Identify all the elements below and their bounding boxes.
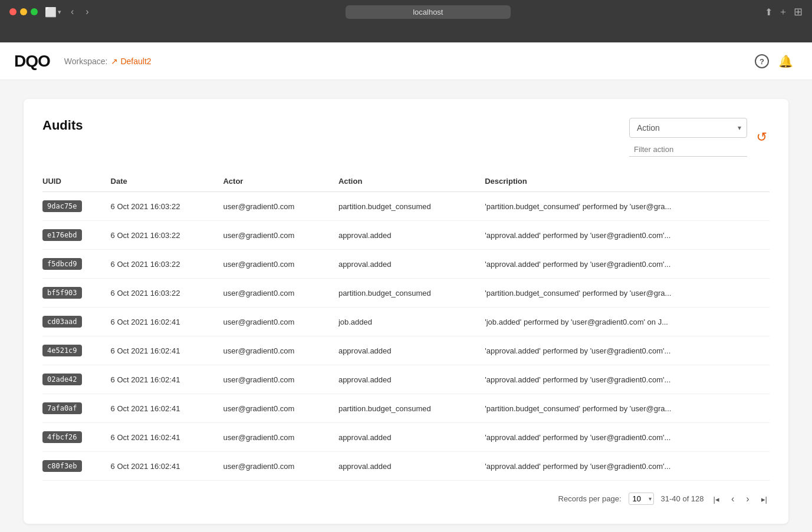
uuid-badge: 4fbcf26: [42, 431, 82, 443]
browser-action-buttons: ⬆ ＋ ⊞: [765, 5, 803, 18]
action-select-wrapper: Action ▾: [629, 118, 747, 138]
next-page-button[interactable]: ›: [744, 493, 751, 505]
cell-uuid: cd03aad: [42, 308, 111, 336]
share-icon[interactable]: ⬆: [765, 6, 772, 18]
cell-date: 6 Oct 2021 16:02:41: [111, 365, 223, 394]
col-description: Description: [485, 171, 770, 192]
cell-action: partition.budget_consumed: [338, 394, 485, 423]
cell-uuid: bf5f903: [42, 279, 111, 308]
header-row: UUID Date Actor Action Description: [42, 171, 770, 192]
table-row: f5dbcd96 Oct 2021 16:03:22user@gradient0…: [42, 250, 770, 279]
cell-date: 6 Oct 2021 16:03:22: [111, 192, 223, 221]
workspace-name: Default2: [120, 57, 151, 66]
table-row: 7afa0af6 Oct 2021 16:02:41user@gradient0…: [42, 394, 770, 423]
cell-action: approval.added: [338, 365, 485, 394]
cell-description: 'approval.added' performed by 'user@grad…: [485, 221, 770, 250]
top-nav: DQO Workspace: ↗ Default2 ? 🔔: [0, 42, 812, 80]
cell-uuid: f5dbcd9: [42, 250, 111, 279]
cell-action: approval.added: [338, 336, 485, 365]
action-select[interactable]: Action: [629, 118, 747, 138]
close-dot[interactable]: [9, 8, 17, 15]
audits-header: Audits Action ▾ ↻: [42, 118, 770, 157]
col-date: Date: [111, 171, 223, 192]
cell-action: approval.added: [338, 423, 485, 452]
minimize-dot[interactable]: [20, 8, 27, 15]
cell-actor: user@gradient0.com: [223, 365, 338, 394]
cell-actor: user@gradient0.com: [223, 221, 338, 250]
workspace-label: Workspace:: [64, 57, 108, 66]
per-page-select[interactable]: 10 25 50: [629, 493, 654, 505]
pagination-row: Records per page: 10 25 50 ▾ 31-40 of 12…: [42, 493, 770, 505]
cell-actor: user@gradient0.com: [223, 279, 338, 308]
cell-action: approval.added: [338, 221, 485, 250]
cell-date: 6 Oct 2021 16:02:41: [111, 423, 223, 452]
audits-title: Audits: [42, 118, 83, 133]
uuid-badge: 7afa0af: [42, 402, 82, 414]
uuid-badge: bf5f903: [42, 287, 82, 299]
audits-card: Audits Action ▾ ↻: [24, 99, 788, 524]
main-content: Audits Action ▾ ↻: [0, 80, 812, 532]
audits-table: UUID Date Actor Action Description 9dac7…: [42, 171, 770, 481]
cell-description: 'partition.budget_consumed' performed by…: [485, 394, 770, 423]
cell-uuid: 02ade42: [42, 365, 111, 394]
last-page-button[interactable]: ▸|: [759, 493, 770, 505]
uuid-badge: 02ade42: [42, 374, 82, 385]
uuid-badge: 4e521c9: [42, 345, 82, 356]
workspace-arrow-icon: ↗: [111, 57, 118, 66]
table-row: cd03aad6 Oct 2021 16:02:41user@gradient0…: [42, 308, 770, 336]
cell-date: 6 Oct 2021 16:02:41: [111, 452, 223, 481]
help-button[interactable]: ?: [750, 51, 774, 71]
cell-actor: user@gradient0.com: [223, 192, 338, 221]
new-tab-icon[interactable]: ＋: [778, 6, 788, 18]
action-controls: Action ▾ ↻: [629, 118, 770, 157]
app-logo: DQO: [14, 52, 50, 71]
cell-date: 6 Oct 2021 16:03:22: [111, 221, 223, 250]
cell-date: 6 Oct 2021 16:02:41: [111, 308, 223, 336]
table-body: 9dac75e6 Oct 2021 16:03:22user@gradient0…: [42, 192, 770, 481]
cell-uuid: 4e521c9: [42, 336, 111, 365]
refresh-button[interactable]: ↻: [754, 127, 770, 147]
cell-uuid: c80f3eb: [42, 452, 111, 481]
maximize-dot[interactable]: [31, 8, 38, 15]
cell-actor: user@gradient0.com: [223, 452, 338, 481]
browser-chrome: ⬜ ▾ ‹ › localhost ⬆ ＋ ⊞: [0, 0, 812, 42]
pagination-range: 31-40 of 128: [661, 494, 704, 503]
table-row: bf5f9036 Oct 2021 16:03:22user@gradient0…: [42, 279, 770, 308]
browser-titlebar: ⬜ ▾ ‹ › localhost ⬆ ＋ ⊞: [0, 0, 812, 24]
cell-uuid: 9dac75e: [42, 192, 111, 221]
back-button[interactable]: ‹: [68, 5, 76, 18]
last-page-icon: ▸|: [761, 495, 767, 504]
cell-description: 'partition.budget_consumed' performed by…: [485, 279, 770, 308]
filter-action-input[interactable]: [629, 143, 747, 157]
per-page-wrapper: 10 25 50 ▾: [629, 493, 654, 505]
forward-button[interactable]: ›: [83, 5, 91, 18]
cell-description: 'approval.added' performed by 'user@grad…: [485, 423, 770, 452]
table-row: 4e521c96 Oct 2021 16:02:41user@gradient0…: [42, 336, 770, 365]
address-bar[interactable]: localhost: [346, 5, 511, 19]
workspace-link[interactable]: ↗ Default2: [111, 57, 151, 66]
uuid-badge: 9dac75e: [42, 200, 82, 212]
col-uuid: UUID: [42, 171, 111, 192]
col-actor: Actor: [223, 171, 338, 192]
address-bar-container: localhost: [98, 5, 758, 19]
cell-actor: user@gradient0.com: [223, 308, 338, 336]
cell-uuid: e176ebd: [42, 221, 111, 250]
cell-actor: user@gradient0.com: [223, 423, 338, 452]
cell-description: 'approval.added' performed by 'user@grad…: [485, 452, 770, 481]
sidebar-toggle-button[interactable]: ⬜ ▾: [45, 6, 61, 18]
prev-page-icon: ‹: [731, 494, 734, 504]
records-per-page-label: Records per page:: [558, 494, 622, 503]
notifications-button[interactable]: 🔔: [774, 52, 798, 71]
cell-description: 'approval.added' performed by 'user@grad…: [485, 365, 770, 394]
uuid-badge: c80f3eb: [42, 460, 82, 472]
cell-date: 6 Oct 2021 16:03:22: [111, 279, 223, 308]
cell-uuid: 4fbcf26: [42, 423, 111, 452]
cell-date: 6 Oct 2021 16:02:41: [111, 336, 223, 365]
cell-description: 'partition.budget_consumed' performed by…: [485, 192, 770, 221]
browser-dots: [9, 8, 38, 15]
grid-icon[interactable]: ⊞: [794, 5, 803, 18]
prev-page-button[interactable]: ‹: [729, 493, 737, 505]
cell-action: job.added: [338, 308, 485, 336]
cell-action: partition.budget_consumed: [338, 279, 485, 308]
first-page-button[interactable]: |◂: [711, 493, 722, 505]
